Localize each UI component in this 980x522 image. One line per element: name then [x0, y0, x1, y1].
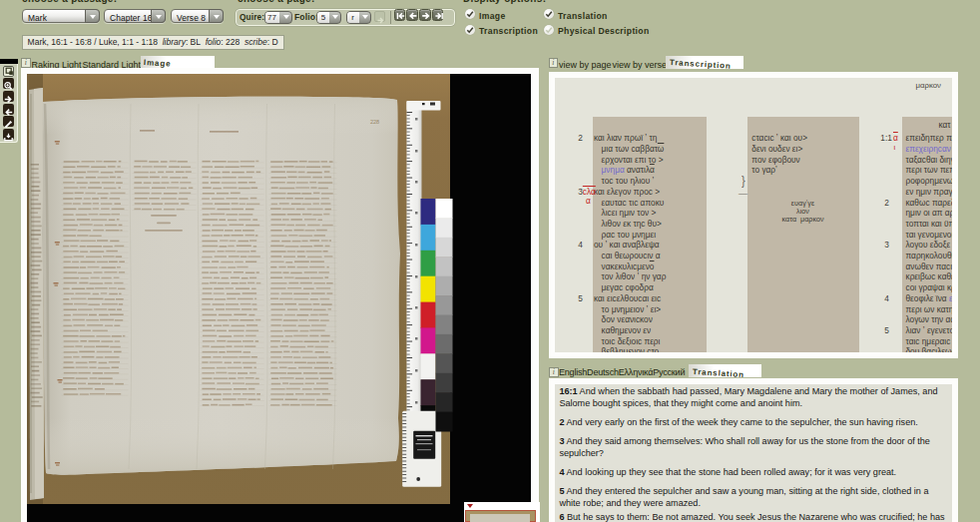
- svg-text:228: 228: [370, 119, 379, 125]
